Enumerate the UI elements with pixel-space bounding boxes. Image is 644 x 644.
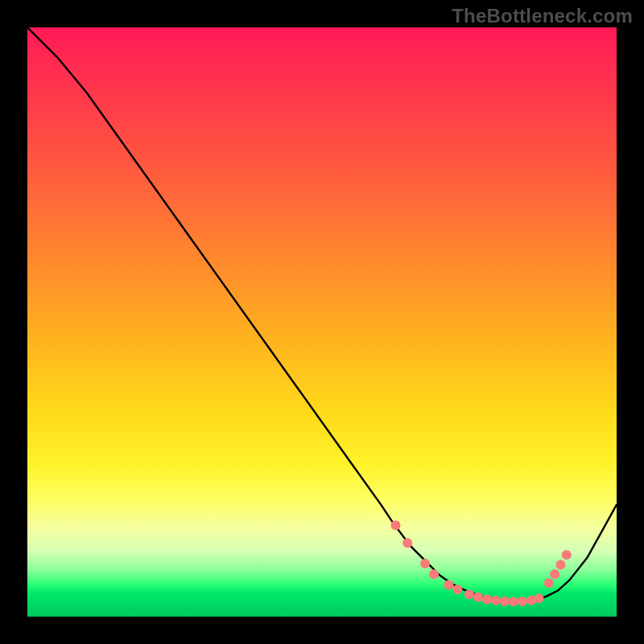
bottleneck-curve [27, 27, 617, 601]
data-point-marker [391, 521, 401, 530]
data-point-marker [544, 578, 554, 588]
data-point-marker [550, 569, 559, 579]
watermark-text: TheBottleneck.com [452, 5, 633, 27]
data-point-marker [473, 592, 483, 602]
data-point-marker [500, 597, 510, 606]
chart-frame: TheBottleneck.com [0, 0, 644, 644]
data-point-marker [452, 584, 462, 594]
data-point-marker [444, 580, 453, 589]
marker-layer [391, 521, 572, 607]
data-point-marker [402, 539, 412, 548]
plot-area [27, 27, 617, 617]
data-point-marker [464, 589, 474, 599]
data-point-marker [518, 597, 527, 606]
data-point-marker [420, 559, 430, 568]
line-chart-svg [27, 27, 617, 617]
data-point-marker [555, 560, 565, 570]
data-point-marker [429, 569, 439, 579]
data-point-marker [491, 596, 501, 605]
data-point-marker [509, 597, 518, 606]
data-point-marker [482, 594, 492, 604]
data-point-marker [562, 550, 572, 559]
data-point-marker [534, 593, 543, 603]
curve-layer [27, 27, 617, 601]
